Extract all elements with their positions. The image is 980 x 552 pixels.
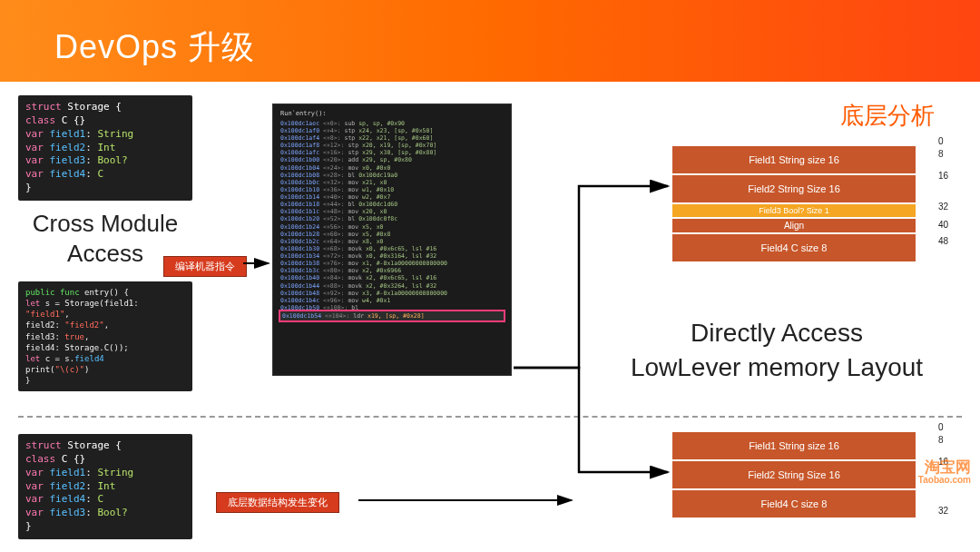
asm-line: 0x100dc1b1c <+48>: mov x20, x0 <box>280 208 504 215</box>
label-direct-access: Directly Access LowLever memory Layout <box>595 316 958 385</box>
asm-line: 0x100dc1b34 <+72>: movk x0, #0x3164, lsl… <box>280 252 504 260</box>
assembly-panel: Run`entry(): 0x100dc1aec <+0>: sub sp, s… <box>272 104 512 376</box>
asm-line: 0x100dc1b50 <+100>: bl <box>280 304 504 311</box>
divider-line <box>18 416 962 418</box>
memory-row: Field2 String Size 16 <box>671 174 916 203</box>
asm-line: 0x100dc1b04 <+24>: mov x0, #0x0 <box>280 164 504 172</box>
tag-layout-changed: 底层数据结构发生变化 <box>216 492 339 513</box>
slide-title: DevOps 升级 <box>54 28 255 65</box>
asm-line: 0x100dc1b0c <+32>: mov x21, x0 <box>280 179 504 186</box>
watermark: 淘宝网 Taobao.com <box>918 459 971 485</box>
asm-line: 0x100dc1b40 <+84>: movk x2, #0x6c65, lsl… <box>280 274 504 281</box>
asm-line-highlighted: 0x100dc1b54 <+104>: ldr x19, [sp, #0x28] <box>280 311 504 320</box>
memory-row: Field4 C size 8 <box>671 489 916 518</box>
tag-compile-instructions: 编译机器指令 <box>163 256 247 277</box>
memory-layout-after: Field1 String size 16Field2 String Size … <box>671 431 916 518</box>
asm-line: 0x100dc1aec <+0>: sub sp, sp, #0x90 <box>280 120 504 127</box>
asm-line: 0x100dc1b48 <+92>: mov x3, #-0x1a0000000… <box>280 290 504 297</box>
asm-line: 0x100dc1b14 <+40>: mov w2, #0x7 <box>280 193 504 201</box>
asm-line: 0x100dc1b24 <+56>: mov x5, x0 <box>280 223 504 231</box>
asm-line: 0x100dc1b30 <+68>: movk x0, #0x6c65, lsl… <box>280 245 504 252</box>
slide-header: DevOps 升级 <box>0 0 980 82</box>
asm-line: 0x100dc1afc <+16>: stp x29, x30, [sp, #0… <box>280 149 504 156</box>
asm-line: 0x100dc1b10 <+36>: mov w1, #0x10 <box>280 186 504 193</box>
label-lowlevel-analysis: 底层分析 <box>840 100 935 132</box>
asm-line: 0x100dc1b28 <+60>: mov x5, #0x8 <box>280 231 504 238</box>
asm-line: 0x100dc1af4 <+8>: stp x22, x21, [sp, #0x… <box>280 134 504 142</box>
code-struct-reordered: struct Storage { class C {} var field1: … <box>18 434 192 539</box>
asm-line: 0x100dc1b3c <+80>: mov x2, #0x6966 <box>280 267 504 274</box>
code-struct-original: struct Storage { class C {} var field1: … <box>18 95 192 201</box>
asm-line: 0x100dc1b38 <+76>: mov x1, #-0x1a0000000… <box>280 260 504 267</box>
code-entry-func: public func entry() { let s = Storage(fi… <box>18 281 192 391</box>
memory-row: Field4 C size 8 <box>671 233 916 262</box>
memory-row: Field2 String Size 16 <box>671 460 916 489</box>
memory-row: Field1 String size 16 <box>671 431 916 460</box>
asm-line: 0x100dc1b20 <+52>: bl 0x100dc0f8c <box>280 215 504 222</box>
asm-line: 0x100dc1b08 <+28>: bl 0x100dc19a0 <box>280 172 504 179</box>
memory-row: Align <box>671 218 916 233</box>
asm-line: 0x100dc1b2c <+64>: mov x8, x0 <box>280 238 504 245</box>
memory-row: Field1 String size 16 <box>671 145 916 174</box>
asm-line: 0x100dc1af0 <+4>: stp x24, x23, [sp, #0x… <box>280 127 504 134</box>
asm-line: 0x100dc1b44 <+88>: movk x2, #0x3264, lsl… <box>280 282 504 290</box>
asm-line: 0x100dc1b4c <+96>: mov w4, #0x1 <box>280 297 504 304</box>
memory-row: Field3 Bool? Size 1 <box>671 203 916 218</box>
asm-line: 0x100dc1b18 <+44>: bl 0x100dc1d60 <box>280 201 504 208</box>
memory-layout-before: Field1 String size 16Field2 String Size … <box>671 145 916 262</box>
asm-title: Run`entry(): <box>280 110 504 118</box>
asm-line: 0x100dc1b00 <+20>: add x29, sp, #0x80 <box>280 156 504 163</box>
asm-line: 0x100dc1af8 <+12>: stp x20, x19, [sp, #0… <box>280 142 504 149</box>
